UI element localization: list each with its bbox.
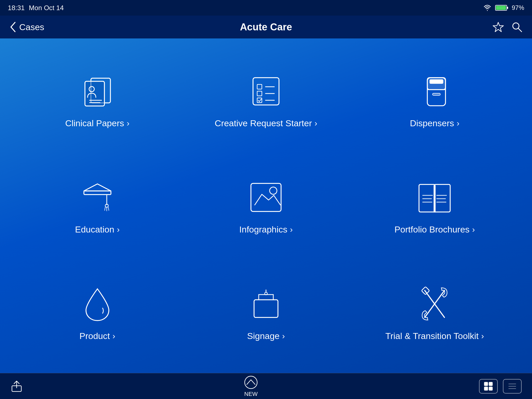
clinical-papers-label: Clinical Papers › <box>65 118 129 128</box>
category-grid: Clinical Papers › Creative Request Start… <box>21 49 511 363</box>
trial-transition-icon <box>414 283 455 325</box>
favorite-icon[interactable] <box>493 21 504 33</box>
new-label: NEW <box>244 391 257 397</box>
education-icon <box>77 177 118 218</box>
clinical-papers-chevron: › <box>127 118 130 128</box>
grid-item-dispensers[interactable]: Dispensers › <box>358 49 511 150</box>
main-content: Clinical Papers › Creative Request Start… <box>0 38 532 373</box>
list-view-button[interactable] <box>503 379 522 394</box>
grid-item-clinical-papers[interactable]: Clinical Papers › <box>21 49 174 150</box>
dispensers-icon <box>414 70 455 112</box>
education-label: Education › <box>75 224 120 235</box>
bottom-bar: NEW <box>0 373 532 399</box>
grid-item-portfolio-brochures[interactable]: Portfolio Brochures › <box>358 155 511 256</box>
status-time: 18:31 <box>8 4 25 12</box>
svg-rect-54 <box>489 387 493 390</box>
svg-point-31 <box>270 187 277 194</box>
svg-line-5 <box>518 28 522 32</box>
svg-line-29 <box>108 207 109 210</box>
trial-transition-chevron: › <box>481 331 484 341</box>
list-view-icon <box>508 382 517 391</box>
svg-rect-1 <box>507 7 508 9</box>
infographics-icon <box>245 177 287 218</box>
new-icon <box>244 375 258 390</box>
education-chevron: › <box>117 225 120 234</box>
clinical-papers-icon <box>77 70 118 112</box>
infographics-chevron: › <box>290 225 293 234</box>
svg-point-50 <box>245 376 257 389</box>
portfolio-brochures-chevron: › <box>472 225 475 234</box>
trial-transition-label: Trial & Transition Toolkit › <box>385 331 484 341</box>
grid-item-education[interactable]: Education › <box>21 155 174 256</box>
signage-label: Signage › <box>247 331 285 341</box>
svg-line-27 <box>105 207 105 210</box>
svg-rect-52 <box>489 382 493 386</box>
share-icon <box>10 380 23 392</box>
svg-rect-23 <box>84 191 111 195</box>
portfolio-brochures-label: Portfolio Brochures › <box>394 224 475 235</box>
grid-item-infographics[interactable]: Infographics › <box>189 155 342 256</box>
nav-back-button[interactable]: Cases <box>9 21 44 33</box>
portfolio-brochures-icon <box>414 177 455 218</box>
svg-rect-16 <box>257 98 262 103</box>
share-button[interactable] <box>10 380 23 393</box>
grid-item-signage[interactable]: Signage › <box>189 262 342 363</box>
svg-rect-39 <box>254 300 278 317</box>
signage-chevron: › <box>282 331 285 341</box>
dispensers-label: Dispensers › <box>410 118 460 128</box>
status-left: 18:31 Mon Oct 14 <box>8 4 64 12</box>
creative-request-chevron: › <box>315 118 317 128</box>
status-bar: 18:31 Mon Oct 14 97% <box>0 0 532 16</box>
product-label: Product › <box>79 331 115 341</box>
svg-marker-24 <box>84 184 111 191</box>
battery-percent: 97% <box>512 4 524 11</box>
grid-item-product[interactable]: Product › <box>21 262 174 363</box>
grid-item-trial-transition[interactable]: Trial & Transition Toolkit › <box>358 262 511 363</box>
nav-bar: Cases Acute Care <box>0 16 532 38</box>
nav-actions <box>493 21 523 33</box>
grid-view-icon <box>484 382 493 391</box>
infographics-label: Infographics › <box>239 224 293 235</box>
grid-item-creative-request[interactable]: Creative Request Starter › <box>189 49 342 150</box>
wifi-icon <box>483 4 492 11</box>
new-button[interactable]: NEW <box>244 375 258 397</box>
creative-request-icon <box>245 70 287 112</box>
search-icon[interactable] <box>511 21 523 33</box>
dispensers-chevron: › <box>457 118 460 128</box>
battery-icon <box>495 4 509 11</box>
svg-rect-22 <box>433 93 440 95</box>
svg-rect-53 <box>484 387 488 390</box>
view-toggle <box>479 379 522 394</box>
nav-back-label: Cases <box>19 22 44 32</box>
nav-title: Acute Care <box>240 22 292 33</box>
product-chevron: › <box>112 331 115 341</box>
signage-icon <box>245 283 287 325</box>
grid-view-button[interactable] <box>479 379 498 394</box>
product-icon <box>77 283 118 325</box>
creative-request-label: Creative Request Starter › <box>215 118 317 128</box>
status-right: 97% <box>483 4 524 11</box>
svg-rect-51 <box>484 382 488 386</box>
svg-marker-3 <box>493 22 503 32</box>
svg-rect-20 <box>430 80 443 83</box>
svg-rect-14 <box>257 91 262 96</box>
svg-rect-2 <box>496 6 506 10</box>
status-date: Mon Oct 14 <box>29 4 64 12</box>
svg-rect-12 <box>257 84 262 89</box>
